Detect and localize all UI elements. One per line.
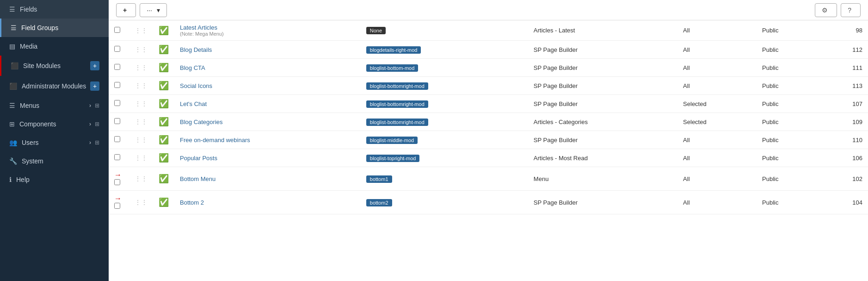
- row-arrow-icon: →: [114, 194, 122, 202]
- drag-handle-icon[interactable]: ⋮⋮: [135, 46, 148, 53]
- row-pages-cell: All: [677, 41, 757, 59]
- row-checkbox[interactable]: [114, 82, 120, 88]
- drag-handle-icon[interactable]: ⋮⋮: [135, 175, 148, 182]
- module-title-link[interactable]: Let's Chat: [180, 100, 207, 107]
- row-status-cell[interactable]: ✅: [153, 131, 174, 149]
- row-status-cell[interactable]: ✅: [153, 95, 174, 113]
- row-checkbox[interactable]: [114, 118, 120, 124]
- row-checkbox-cell[interactable]: [109, 113, 129, 131]
- row-drag-cell[interactable]: ⋮⋮: [129, 20, 153, 41]
- row-drag-cell[interactable]: ⋮⋮: [129, 77, 153, 95]
- position-tag: bloglist-bottomright-mod: [366, 100, 428, 108]
- new-button[interactable]: +: [116, 3, 136, 17]
- row-drag-cell[interactable]: ⋮⋮: [129, 95, 153, 113]
- row-checkbox-cell[interactable]: [109, 131, 129, 149]
- module-title-link[interactable]: Blog Details: [180, 46, 212, 53]
- row-drag-cell[interactable]: ⋮⋮: [129, 131, 153, 149]
- sidebar-item-fields[interactable]: ☰ Fields: [0, 0, 109, 19]
- row-checkbox-cell[interactable]: →: [109, 167, 129, 191]
- module-title-link[interactable]: Popular Posts: [180, 155, 217, 162]
- row-access-cell: Public: [757, 113, 819, 131]
- row-checkbox[interactable]: [114, 203, 120, 209]
- sidebar-item-administrator-modules[interactable]: ⬛ Administrator Modules +: [0, 76, 109, 96]
- row-checkbox-cell[interactable]: [109, 20, 129, 41]
- sidebar-item-system[interactable]: 🔧 System: [0, 152, 109, 170]
- module-title-link[interactable]: Social Icons: [180, 82, 212, 89]
- admin-modules-add-button[interactable]: +: [90, 81, 99, 91]
- module-title-link[interactable]: Bottom Menu: [180, 175, 215, 182]
- status-icon[interactable]: ✅: [159, 135, 169, 144]
- drag-handle-icon[interactable]: ⋮⋮: [135, 64, 148, 71]
- row-checkbox-cell[interactable]: [109, 149, 129, 167]
- row-checkbox-cell[interactable]: [109, 77, 129, 95]
- row-checkbox[interactable]: [114, 27, 120, 33]
- status-icon[interactable]: ✅: [159, 198, 169, 207]
- row-title-cell: Let's Chat: [174, 95, 361, 113]
- row-status-cell[interactable]: ✅: [153, 167, 174, 191]
- status-icon[interactable]: ✅: [159, 26, 169, 35]
- drag-handle-icon[interactable]: ⋮⋮: [135, 136, 148, 144]
- actions-dots-icon: ···: [147, 6, 152, 14]
- options-button[interactable]: ⚙: [815, 3, 837, 17]
- row-checkbox-cell[interactable]: →: [109, 191, 129, 214]
- row-status-cell[interactable]: ✅: [153, 59, 174, 77]
- row-checkbox-cell[interactable]: [109, 59, 129, 77]
- module-title-link[interactable]: Blog Categories: [180, 119, 223, 125]
- module-title-link[interactable]: Free on-demand webinars: [180, 137, 250, 144]
- status-icon[interactable]: ✅: [159, 99, 169, 108]
- row-checkbox[interactable]: [114, 179, 120, 185]
- drag-handle-icon[interactable]: ⋮⋮: [135, 118, 148, 125]
- row-checkbox[interactable]: [114, 154, 120, 160]
- module-title-link[interactable]: Latest Articles: [180, 24, 217, 31]
- row-status-cell[interactable]: ✅: [153, 191, 174, 214]
- sidebar-item-field-groups[interactable]: ☰ Field Groups: [0, 19, 109, 37]
- row-status-cell[interactable]: ✅: [153, 77, 174, 95]
- row-drag-cell[interactable]: ⋮⋮: [129, 59, 153, 77]
- row-checkbox[interactable]: [114, 64, 120, 70]
- status-icon[interactable]: ✅: [159, 174, 169, 183]
- sidebar-item-users[interactable]: 👥 Users › ⊞: [0, 133, 109, 152]
- sidebar-item-site-modules[interactable]: ⬛ Site Modules +: [0, 56, 109, 76]
- help-button[interactable]: ?: [841, 3, 861, 17]
- sidebar-item-media[interactable]: ▤ Media: [0, 37, 109, 56]
- status-icon[interactable]: ✅: [159, 45, 169, 54]
- table-row: ⋮⋮ ✅ Social Icons bloglist-bottomright-m…: [109, 77, 868, 95]
- drag-handle-icon[interactable]: ⋮⋮: [135, 82, 148, 89]
- actions-button[interactable]: ··· ▾: [140, 3, 167, 17]
- toolbar-left: + ··· ▾: [116, 3, 167, 17]
- drag-handle-icon[interactable]: ⋮⋮: [135, 154, 148, 162]
- drag-handle-icon[interactable]: ⋮⋮: [135, 199, 148, 206]
- row-checkbox[interactable]: [114, 136, 120, 142]
- row-status-cell[interactable]: ✅: [153, 113, 174, 131]
- sidebar-item-help[interactable]: ℹ Help: [0, 170, 109, 189]
- row-access-cell: Public: [757, 41, 819, 59]
- position-tag: bloglist-topright-mod: [366, 155, 420, 162]
- status-icon[interactable]: ✅: [159, 81, 169, 90]
- sidebar-item-menus[interactable]: ☰ Menus › ⊞: [0, 96, 109, 115]
- row-checkbox-cell[interactable]: [109, 41, 129, 59]
- sidebar-item-components[interactable]: ⊞ Components › ⊞: [0, 115, 109, 133]
- row-drag-cell[interactable]: ⋮⋮: [129, 41, 153, 59]
- row-status-cell[interactable]: ✅: [153, 149, 174, 167]
- row-drag-cell[interactable]: ⋮⋮: [129, 113, 153, 131]
- row-checkbox-cell[interactable]: [109, 95, 129, 113]
- row-status-cell[interactable]: ✅: [153, 41, 174, 59]
- row-drag-cell[interactable]: ⋮⋮: [129, 167, 153, 191]
- row-checkbox[interactable]: [114, 100, 120, 106]
- row-status-cell[interactable]: ✅: [153, 20, 174, 41]
- module-title-link[interactable]: Blog CTA: [180, 64, 205, 71]
- module-title-link[interactable]: Bottom 2: [180, 199, 204, 206]
- position-tag: bottom2: [366, 199, 392, 206]
- row-drag-cell[interactable]: ⋮⋮: [129, 191, 153, 214]
- status-icon[interactable]: ✅: [159, 63, 169, 72]
- status-icon[interactable]: ✅: [159, 153, 169, 162]
- row-drag-cell[interactable]: ⋮⋮: [129, 149, 153, 167]
- drag-handle-icon[interactable]: ⋮⋮: [135, 27, 148, 34]
- status-icon[interactable]: ✅: [159, 117, 169, 126]
- row-id-cell: 109: [819, 113, 868, 131]
- row-position-cell: None: [361, 20, 528, 41]
- row-checkbox[interactable]: [114, 46, 120, 52]
- site-modules-add-button[interactable]: +: [90, 61, 99, 70]
- drag-handle-icon[interactable]: ⋮⋮: [135, 100, 148, 107]
- menus-icon: ☰: [9, 102, 15, 109]
